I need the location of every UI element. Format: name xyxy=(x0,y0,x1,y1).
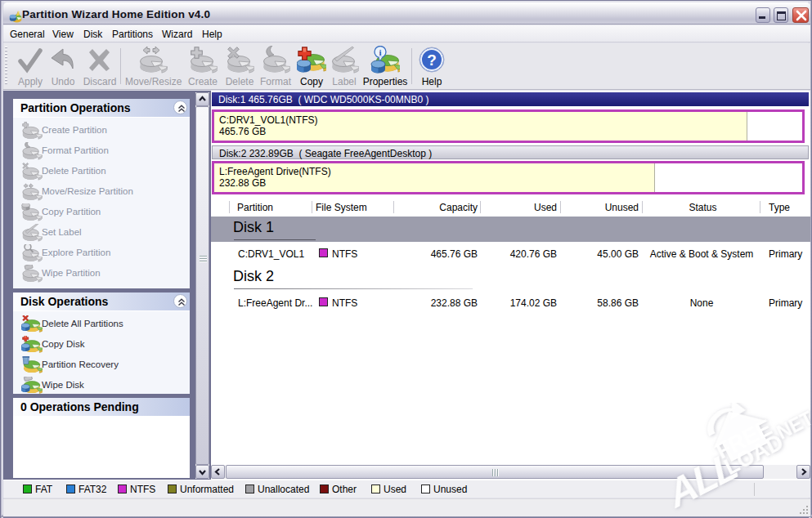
svg-text:?: ? xyxy=(427,51,437,69)
svg-text:i: i xyxy=(379,47,381,57)
